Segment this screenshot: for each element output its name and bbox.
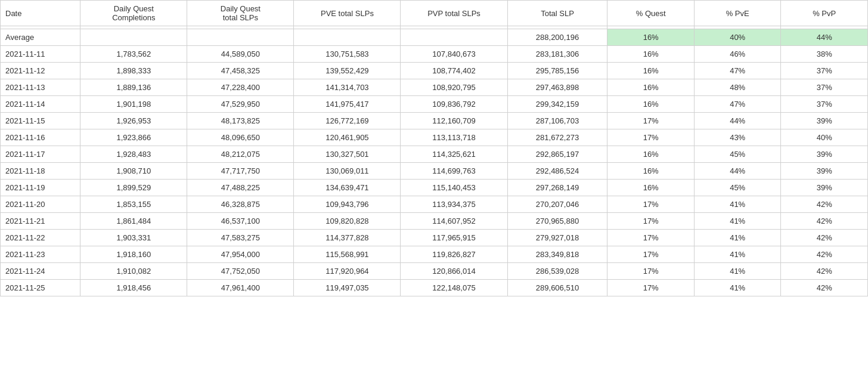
cell-dqslp: 46,328,875 bbox=[187, 196, 294, 213]
cell-pvepct: 41% bbox=[694, 196, 781, 213]
cell-dqc: 1,899,529 bbox=[80, 180, 187, 196]
cell-pve: 126,772,169 bbox=[294, 113, 401, 129]
cell-pvppct: 39% bbox=[781, 163, 868, 180]
table-row: 2021-11-211,861,48446,537,100109,820,828… bbox=[1, 213, 868, 230]
cell-dqc: 1,908,710 bbox=[80, 163, 187, 180]
cell-dqslp: 47,488,225 bbox=[187, 180, 294, 196]
cell-qpct: 16% bbox=[607, 63, 695, 79]
cell-dqc: 1,910,082 bbox=[80, 263, 187, 280]
table-row: 2021-11-111,783,56244,589,050130,751,583… bbox=[1, 46, 868, 63]
col-header-date: Date bbox=[1, 1, 80, 26]
cell-total: 286,539,028 bbox=[507, 263, 607, 280]
cell-pvepct: 41% bbox=[694, 246, 781, 263]
table-row: 2021-11-161,923,86648,096,650120,461,905… bbox=[1, 129, 868, 146]
col-header-dqslp: Daily Questtotal SLPs bbox=[187, 1, 294, 26]
cell-total: 295,785,156 bbox=[507, 63, 607, 79]
cell-pve: 141,314,703 bbox=[294, 79, 401, 96]
table-row: 2021-11-171,928,48348,212,075130,327,501… bbox=[1, 146, 868, 163]
cell-pvppct: 37% bbox=[781, 63, 868, 79]
cell-pve: 134,639,471 bbox=[294, 180, 401, 196]
cell-pve: 141,975,417 bbox=[294, 96, 401, 113]
cell-pvepct: 48% bbox=[694, 79, 781, 96]
cell-pvepct: 43% bbox=[694, 129, 781, 146]
cell-date: 2021-11-19 bbox=[1, 180, 80, 196]
cell-date: 2021-11-11 bbox=[1, 46, 80, 63]
cell-date: 2021-11-18 bbox=[1, 163, 80, 180]
cell-total: 270,965,880 bbox=[507, 213, 607, 230]
table-row: 2021-11-251,918,45647,961,400119,497,035… bbox=[1, 280, 868, 296]
col-header-total: Total SLP bbox=[507, 1, 607, 26]
cell-pvp: 108,920,795 bbox=[401, 79, 507, 96]
cell-pvepct: 47% bbox=[694, 96, 781, 113]
cell-pve: 139,552,429 bbox=[294, 63, 401, 79]
cell-pve: 119,497,035 bbox=[294, 280, 401, 296]
cell-total: 281,672,273 bbox=[507, 129, 607, 146]
average-cell-pvppct: 44% bbox=[781, 29, 868, 46]
data-table: Date Daily QuestCompletions Daily Questt… bbox=[0, 0, 868, 296]
cell-pvp: 115,140,453 bbox=[401, 180, 507, 196]
cell-pvppct: 39% bbox=[781, 180, 868, 196]
cell-date: 2021-11-14 bbox=[1, 96, 80, 113]
cell-pve: 114,377,828 bbox=[294, 230, 401, 246]
average-cell-pvepct: 40% bbox=[694, 29, 781, 46]
col-header-dqc: Daily QuestCompletions bbox=[80, 1, 187, 26]
cell-total: 292,865,197 bbox=[507, 146, 607, 163]
cell-date: 2021-11-16 bbox=[1, 129, 80, 146]
cell-dqslp: 47,752,050 bbox=[187, 263, 294, 280]
cell-qpct: 17% bbox=[607, 113, 695, 129]
table-row: 2021-11-131,889,13647,228,400141,314,703… bbox=[1, 79, 868, 96]
cell-qpct: 17% bbox=[607, 129, 695, 146]
cell-pvepct: 44% bbox=[694, 163, 781, 180]
table-row: 2021-11-221,903,33147,583,275114,377,828… bbox=[1, 230, 868, 246]
col-header-qpct: % Quest bbox=[607, 1, 695, 26]
cell-dqslp: 48,212,075 bbox=[187, 146, 294, 163]
cell-dqslp: 47,717,750 bbox=[187, 163, 294, 180]
cell-qpct: 16% bbox=[607, 180, 695, 196]
cell-qpct: 17% bbox=[607, 280, 695, 296]
main-container: Date Daily QuestCompletions Daily Questt… bbox=[0, 0, 868, 296]
cell-pvepct: 41% bbox=[694, 230, 781, 246]
average-cell-date: Average bbox=[1, 29, 80, 46]
cell-date: 2021-11-23 bbox=[1, 246, 80, 263]
cell-dqc: 1,861,484 bbox=[80, 213, 187, 230]
cell-dqslp: 48,173,825 bbox=[187, 113, 294, 129]
cell-dqslp: 47,583,275 bbox=[187, 230, 294, 246]
table-row: 2021-11-151,926,95348,173,825126,772,169… bbox=[1, 113, 868, 129]
cell-qpct: 17% bbox=[607, 263, 695, 280]
cell-pvppct: 38% bbox=[781, 46, 868, 63]
col-header-pvppct: % PvP bbox=[781, 1, 868, 26]
col-header-pve: PVE total SLPs bbox=[294, 1, 401, 26]
average-cell-dqslp bbox=[187, 29, 294, 46]
cell-pve: 130,327,501 bbox=[294, 146, 401, 163]
cell-dqc: 1,918,456 bbox=[80, 280, 187, 296]
cell-dqslp: 44,589,050 bbox=[187, 46, 294, 63]
cell-pve: 109,820,828 bbox=[294, 213, 401, 230]
cell-pvp: 114,325,621 bbox=[401, 146, 507, 163]
cell-dqc: 1,926,953 bbox=[80, 113, 187, 129]
cell-pvp: 117,965,915 bbox=[401, 230, 507, 246]
cell-pvp: 120,866,014 bbox=[401, 263, 507, 280]
cell-qpct: 16% bbox=[607, 163, 695, 180]
cell-dqslp: 48,096,650 bbox=[187, 129, 294, 146]
cell-pvppct: 39% bbox=[781, 146, 868, 163]
cell-dqc: 1,898,333 bbox=[80, 63, 187, 79]
cell-dqslp: 47,529,950 bbox=[187, 96, 294, 113]
cell-dqc: 1,918,160 bbox=[80, 246, 187, 263]
cell-dqslp: 47,961,400 bbox=[187, 280, 294, 296]
cell-pvp: 107,840,673 bbox=[401, 46, 507, 63]
cell-qpct: 16% bbox=[607, 96, 695, 113]
cell-date: 2021-11-13 bbox=[1, 79, 80, 96]
cell-pve: 130,751,583 bbox=[294, 46, 401, 63]
cell-pvppct: 42% bbox=[781, 196, 868, 213]
cell-qpct: 17% bbox=[607, 196, 695, 213]
cell-dqslp: 47,458,325 bbox=[187, 63, 294, 79]
cell-pvp: 122,148,075 bbox=[401, 280, 507, 296]
cell-date: 2021-11-21 bbox=[1, 213, 80, 230]
cell-pve: 117,920,964 bbox=[294, 263, 401, 280]
average-row: Average288,200,19616%40%44% bbox=[1, 29, 868, 46]
cell-total: 297,268,149 bbox=[507, 180, 607, 196]
average-cell-total: 288,200,196 bbox=[507, 29, 607, 46]
table-row: 2021-11-121,898,33347,458,325139,552,429… bbox=[1, 63, 868, 79]
cell-qpct: 16% bbox=[607, 46, 695, 63]
cell-pvepct: 45% bbox=[694, 180, 781, 196]
